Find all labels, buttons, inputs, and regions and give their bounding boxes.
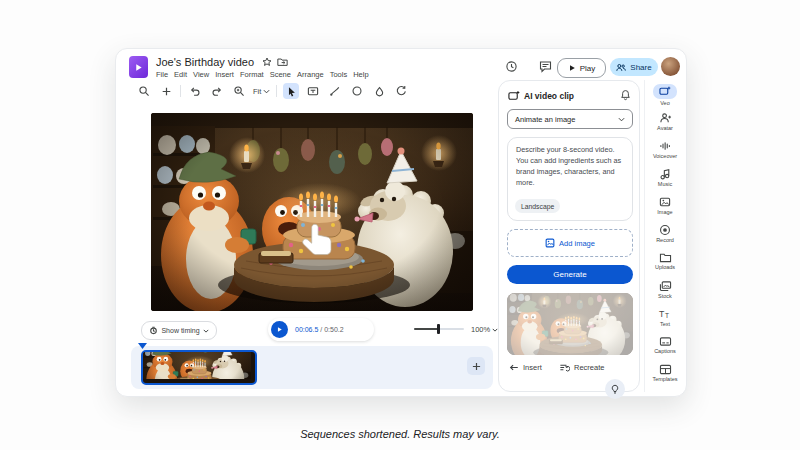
disclaimer-caption: Sequences shortened. Results may vary. [0,428,800,440]
add-tool[interactable] [158,83,174,99]
time-current: 00:06.5 [295,326,318,333]
animation-mode-select[interactable]: Animate an image [507,109,633,129]
share-button[interactable]: Share [610,58,658,76]
menu-insert[interactable]: Insert [215,70,234,79]
sidebar-item-templates[interactable]: Templates [645,364,685,382]
move-folder-icon[interactable] [277,57,288,67]
menu-arrange[interactable]: Arrange [297,70,324,79]
shape-tool[interactable] [349,83,365,99]
menu-tools[interactable]: Tools [330,70,348,79]
timeline-clip-thumbnail[interactable] [141,350,257,385]
generate-button[interactable]: Generate [507,265,633,284]
timeline-strip [131,346,493,389]
add-scene-button[interactable] [467,357,485,375]
timecode: 00:06.5 / 0:50.2 [295,326,344,333]
notification-bell-icon[interactable] [620,89,631,101]
menu-scene[interactable]: Scene [270,70,291,79]
add-image-icon [545,238,555,248]
sidebar-label: Voiceover [645,153,685,159]
playback-pill: 00:06.5 / 0:50.2 [268,318,374,341]
menu-file[interactable]: File [156,70,168,79]
zoom-slider-handle[interactable] [437,324,440,334]
stock-icon [659,280,672,292]
vids-logo[interactable] [129,56,148,78]
timeline-play-button[interactable] [271,321,288,338]
menu-format[interactable]: Format [240,70,264,79]
ai-video-clip-panel: AI video clip Animate an image Describe … [498,80,640,392]
mode-label: Animate an image [515,115,575,124]
recreate-button[interactable]: Recreate [559,363,604,372]
redo-tool[interactable] [209,83,225,99]
captions-icon [659,336,672,347]
sidebar-item-image[interactable]: Image [645,196,685,215]
comments-icon[interactable] [539,60,552,73]
time-total: / 0:50.2 [318,326,343,333]
generate-label: Generate [553,270,586,279]
sidebar-item-stock[interactable]: Stock [645,280,685,299]
veo-icon [659,86,671,97]
show-timing-label: Show timing [161,327,199,334]
fit-zoom-dropdown[interactable]: Fit [253,87,270,96]
sidebar-item-voiceover[interactable]: Voiceover [645,140,685,159]
search-tool[interactable] [136,83,152,99]
menu-bar: File Edit View Insert Format Scene Arran… [156,70,369,79]
sidebar-item-text[interactable]: TT Text [645,308,685,327]
sidebar-item-veo[interactable]: Veo [645,84,685,106]
sidebar-item-avatar[interactable]: Avatar [645,112,685,131]
chevron-down-icon [263,89,270,94]
aspect-ratio-chip[interactable]: Landscape [515,199,560,213]
video-canvas[interactable] [151,113,473,311]
play-icon [276,326,283,333]
pen-tool[interactable] [327,83,343,99]
show-timing-dropdown[interactable]: Show timing [141,321,217,340]
sidebar-label: Avatar [645,125,685,131]
people-icon [616,63,626,72]
sidebar-item-uploads[interactable]: Uploads [645,252,685,270]
sidebar-label: Music [645,181,685,187]
playhead-icon[interactable] [138,343,147,349]
toolbar: Fit [136,82,409,100]
voiceover-icon [659,140,672,152]
image-icon [659,196,671,208]
insert-button[interactable]: Insert [509,363,542,372]
toolbar-divider [180,85,181,97]
undo-tool[interactable] [187,83,203,99]
sidebar-label: Stock [645,293,685,299]
tips-button[interactable] [605,379,625,399]
menu-help[interactable]: Help [353,70,368,79]
generated-preview[interactable] [507,293,633,355]
zoom-tool[interactable] [231,83,247,99]
sidebar-item-music[interactable]: Music [645,168,685,187]
record-icon [659,224,671,236]
sidebar-item-captions[interactable]: Captions [645,336,685,354]
sidebar-label: Image [645,209,685,215]
recreate-label: Recreate [574,363,604,372]
document-title[interactable]: Joe's Birthday video [156,56,254,68]
version-history-icon[interactable] [505,60,518,73]
zoom-level-dropdown[interactable]: 100% [471,325,498,334]
star-icon[interactable] [262,57,272,67]
sidebar-label: Record [645,237,685,243]
add-image-button[interactable]: Add image [507,229,633,257]
rotate-tool[interactable] [393,83,409,99]
user-avatar[interactable] [661,57,680,76]
play-button[interactable]: Play [557,58,606,78]
textbox-tool[interactable] [305,83,321,99]
prompt-input[interactable]: Describe your 8-second video. You can ad… [508,138,632,189]
insert-label: Insert [523,363,542,372]
preview-fade-overlay [507,293,633,355]
svg-text:T: T [659,309,665,319]
zoom-slider-fill [414,328,438,330]
toolbar-divider [276,85,277,97]
hand-cursor-icon [299,222,337,262]
lightbulb-icon [610,384,620,395]
screen: Joe's Birthday video File Edit View Inse… [0,0,800,450]
comment-tool[interactable] [371,83,387,99]
media-sidebar: Veo Avatar Voiceover Music Image Record … [644,80,686,392]
play-icon [568,64,576,72]
select-tool[interactable] [283,83,299,99]
menu-edit[interactable]: Edit [174,70,187,79]
menu-view[interactable]: View [193,70,209,79]
sidebar-item-record[interactable]: Record [645,224,685,243]
sidebar-label: Text [645,321,685,327]
